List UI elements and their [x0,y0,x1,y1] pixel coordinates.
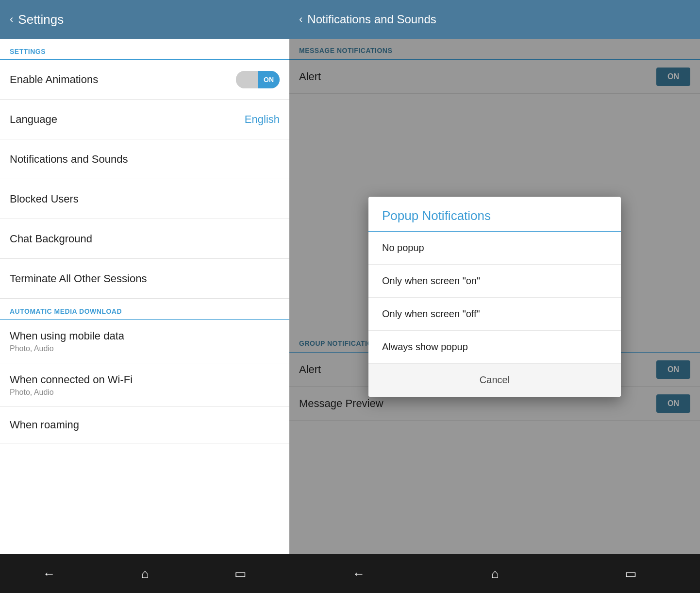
roaming-label: When roaming [10,419,280,431]
left-header: ‹ Settings [0,0,289,39]
dialog-option-always[interactable]: Always show popup [368,331,621,364]
dialog-cancel-button[interactable]: Cancel [368,364,621,397]
right-header: ‹ Notifications and Sounds [289,0,700,39]
toggle-off-half [236,71,258,88]
dialog-option-screen-on[interactable]: Only when screen "on" [368,265,621,298]
right-navbar: ← ⌂ ▭ [289,554,700,593]
terminate-row[interactable]: Terminate All Other Sessions [0,259,289,299]
language-label: Language [10,113,57,126]
popup-notifications-dialog: Popup Notifications No popup Only when s… [368,197,621,397]
auto-download-section-label: AUTOMATIC MEDIA DOWNLOAD [0,299,289,320]
roaming-row[interactable]: When roaming [0,407,289,443]
left-back-arrow[interactable]: ‹ [10,13,13,26]
right-back-nav-icon[interactable]: ← [352,566,365,581]
enable-animations-row[interactable]: Enable Animations ON [0,60,289,100]
chat-background-row[interactable]: Chat Background [0,219,289,259]
wifi-sub: Photo, Audio [10,388,280,397]
right-back-arrow[interactable]: ‹ [299,13,302,26]
right-recent-nav-icon[interactable]: ▭ [625,566,637,581]
right-panel: ‹ Notifications and Sounds MESSAGE NOTIF… [289,0,700,593]
left-recent-nav-icon[interactable]: ▭ [234,566,247,581]
chat-background-label: Chat Background [10,233,92,245]
enable-animations-label: Enable Animations [10,73,98,86]
right-title: Notifications and Sounds [307,13,436,26]
language-value: English [245,113,280,126]
left-content: SETTINGS Enable Animations ON Language E… [0,39,289,554]
dialog-option-no-popup[interactable]: No popup [368,232,621,265]
right-content: MESSAGE NOTIFICATIONS Alert ON Popup Not… [289,39,700,554]
enable-animations-toggle[interactable]: ON [236,71,280,88]
language-row[interactable]: Language English [0,100,289,139]
mobile-data-label: When using mobile data [10,330,280,342]
mobile-data-row[interactable]: When using mobile data Photo, Audio [0,320,289,363]
blocked-users-label: Blocked Users [10,193,79,205]
dialog-option-screen-off[interactable]: Only when screen "off" [368,298,621,331]
wifi-label: When connected on Wi-Fi [10,373,280,386]
notifications-label: Notifications and Sounds [10,153,128,166]
right-home-nav-icon[interactable]: ⌂ [491,566,499,581]
mobile-data-sub: Photo, Audio [10,344,280,353]
left-home-nav-icon[interactable]: ⌂ [141,566,149,581]
settings-section-label: SETTINGS [0,39,289,60]
left-navbar: ← ⌂ ▭ [0,554,289,593]
left-back-nav-icon[interactable]: ← [43,566,55,581]
terminate-label: Terminate All Other Sessions [10,272,147,285]
left-title: Settings [18,12,64,27]
wifi-row[interactable]: When connected on Wi-Fi Photo, Audio [0,363,289,407]
blocked-users-row[interactable]: Blocked Users [0,179,289,219]
dialog-overlay[interactable]: Popup Notifications No popup Only when s… [289,39,700,554]
dialog-title: Popup Notifications [368,197,621,232]
toggle-on-half: ON [258,71,280,88]
notifications-row[interactable]: Notifications and Sounds [0,139,289,179]
left-panel: ‹ Settings SETTINGS Enable Animations ON… [0,0,289,593]
